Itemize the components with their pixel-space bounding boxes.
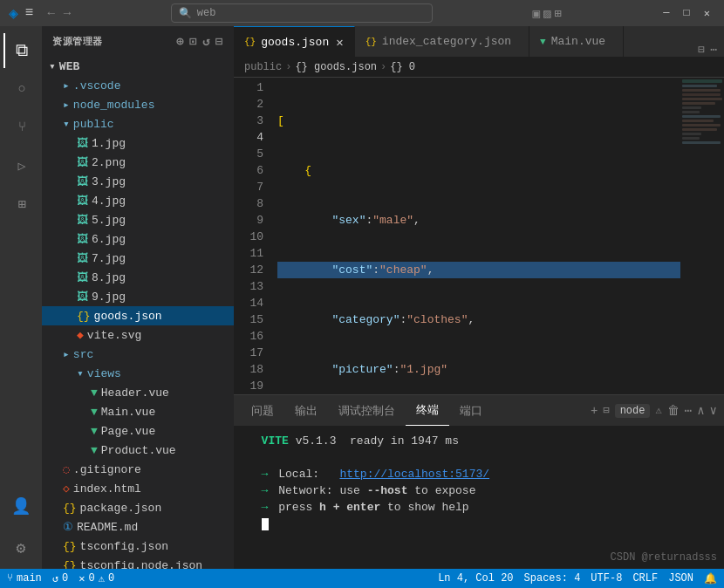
- code-content[interactable]: [ { "sex":"male", "cost":"cheap", "categ…: [270, 78, 680, 394]
- terminal-tab-output[interactable]: 输出: [284, 395, 328, 426]
- activity-run-debug[interactable]: ▷: [3, 148, 38, 183]
- tree-item-5jpg[interactable]: 🖼 5.jpg: [42, 210, 234, 229]
- tree-item-4jpg[interactable]: 🖼 4.jpg: [42, 191, 234, 210]
- tab-main-vue[interactable]: ▼ Main.vue: [529, 26, 624, 57]
- activity-source-control[interactable]: ⑂: [3, 110, 38, 145]
- tree-item-1jpg[interactable]: 🖼 1.jpg: [42, 133, 234, 153]
- tree-item-src[interactable]: ▸ src: [42, 345, 234, 364]
- status-errors[interactable]: ✕ 0 ⚠ 0: [79, 572, 114, 585]
- status-branch[interactable]: ⑂ main: [7, 572, 42, 585]
- json-icon: {}: [77, 310, 91, 323]
- tree-item-vite-svg[interactable]: ◆ vite.svg: [42, 325, 234, 345]
- tree-item-gitignore[interactable]: ◌ .gitignore: [42, 460, 234, 479]
- activity-explorer[interactable]: ⧉: [3, 33, 38, 68]
- terminal-close-icon[interactable]: ∨: [710, 403, 717, 418]
- code-line-2: {: [277, 162, 680, 179]
- tree-item-tsconfig-node[interactable]: {} tsconfig.node.json: [42, 556, 234, 569]
- tree-item-8jpg[interactable]: 🖼 8.jpg: [42, 268, 234, 287]
- refresh-icon[interactable]: ↺: [202, 34, 210, 49]
- nav-back-button[interactable]: ←: [44, 4, 58, 22]
- terminal-tab-terminal[interactable]: 终端: [406, 395, 449, 426]
- terminal-tab-ports[interactable]: 端口: [449, 395, 493, 426]
- tree-item-7jpg[interactable]: 🖼 7.jpg: [42, 249, 234, 268]
- language-text: JSON: [668, 572, 693, 585]
- tree-item-main-vue[interactable]: ▼ Main.vue: [42, 402, 234, 421]
- json-icon: {}: [63, 502, 77, 515]
- breadcrumb-public[interactable]: public: [244, 61, 282, 73]
- status-spaces[interactable]: Spaces: 4: [524, 572, 581, 585]
- line-num-7: 7: [234, 179, 263, 195]
- tree-item-node-modules[interactable]: ▸ node_modules: [42, 95, 234, 114]
- tree-item-vscode[interactable]: ▸ .vscode: [42, 76, 234, 95]
- status-language[interactable]: JSON: [668, 572, 693, 585]
- vue-tab-icon: ▼: [540, 37, 546, 47]
- terminal-add-button[interactable]: +: [591, 404, 598, 418]
- image-icon: 🖼: [77, 214, 88, 227]
- collapse-all-icon[interactable]: ⊟: [215, 34, 223, 49]
- svg-rect-14: [682, 141, 721, 144]
- layout-icon-3[interactable]: ⊞: [554, 6, 561, 21]
- new-folder-icon[interactable]: ⊡: [189, 34, 197, 49]
- image-icon: 🖼: [77, 252, 88, 265]
- tab-goods-json[interactable]: {} goods.json ✕: [234, 26, 355, 57]
- search-bar[interactable]: 🔍 web: [171, 3, 433, 23]
- terminal-tab-debug[interactable]: 调试控制台: [328, 395, 406, 426]
- svg-rect-11: [682, 128, 717, 131]
- tree-item-3jpg[interactable]: 🖼 3.jpg: [42, 172, 234, 191]
- tab-label: goods.json: [261, 36, 329, 49]
- layout-icon-1[interactable]: ▣: [532, 6, 539, 21]
- terminal-cursor-line: [248, 516, 710, 532]
- activity-extensions[interactable]: ⊞: [3, 187, 38, 222]
- status-encoding[interactable]: UTF-8: [591, 572, 622, 585]
- activity-search[interactable]: ○: [3, 72, 38, 106]
- terminal-content[interactable]: VITE v5.1.3 ready in 1947 ms → Local: ht…: [234, 426, 724, 569]
- tree-item-header-vue[interactable]: ▼ Header.vue: [42, 383, 234, 402]
- tree-item-2png[interactable]: 🖼 2.png: [42, 153, 234, 172]
- more-actions-icon[interactable]: ⋯: [710, 43, 717, 57]
- svg-rect-5: [682, 102, 715, 105]
- activity-accounts[interactable]: 👤: [3, 489, 38, 523]
- status-ln-col[interactable]: Ln 4, Col 20: [438, 572, 513, 585]
- tree-item-goods-json[interactable]: {} goods.json: [42, 306, 234, 325]
- tree-item-package-json[interactable]: {} package.json: [42, 498, 234, 517]
- vue-icon: ▼: [91, 386, 98, 400]
- tree-root-web[interactable]: ▾ WEB: [42, 57, 234, 76]
- layout-icon-2[interactable]: ▨: [543, 6, 550, 21]
- tree-item-6jpg[interactable]: 🖼 6.jpg: [42, 229, 234, 249]
- tab-close-button[interactable]: ✕: [336, 35, 343, 50]
- maximize-button[interactable]: □: [679, 5, 695, 22]
- sync-count: 0: [62, 572, 68, 585]
- line-num-16: 16: [234, 328, 263, 345]
- tree-item-readme[interactable]: ① README.md: [42, 517, 234, 537]
- activity-settings[interactable]: ⚙: [3, 530, 38, 565]
- split-editor-icon[interactable]: ⊟: [698, 43, 705, 57]
- tree-item-page-vue[interactable]: ▼ Page.vue: [42, 421, 234, 441]
- terminal-maximize-icon[interactable]: ∧: [697, 403, 704, 418]
- new-file-icon[interactable]: ⊕: [176, 34, 184, 49]
- close-button[interactable]: ✕: [699, 5, 715, 22]
- tree-item-9jpg[interactable]: 🖼 9.jpg: [42, 287, 234, 306]
- terminal-split-button[interactable]: ⊟: [603, 404, 609, 417]
- local-url[interactable]: http://localhost:5173/: [339, 468, 489, 481]
- breadcrumb-goods-json[interactable]: {} goods.json: [295, 61, 377, 73]
- status-sync[interactable]: ↺ 0: [52, 572, 68, 585]
- tree-item-product-vue[interactable]: ▼ Product.vue: [42, 441, 234, 460]
- sync-icon: ↺: [52, 572, 58, 585]
- status-notifications[interactable]: 🔔: [704, 572, 717, 585]
- status-eol[interactable]: CRLF: [632, 572, 658, 585]
- breadcrumb-element[interactable]: {} 0: [390, 61, 415, 73]
- menu-icon[interactable]: ≡: [25, 5, 34, 21]
- line-num-14: 14: [234, 295, 263, 311]
- tree-item-views[interactable]: ▾ views: [42, 364, 234, 383]
- nav-forward-button[interactable]: →: [60, 4, 74, 22]
- tree-item-index-html[interactable]: ◇ index.html: [42, 479, 234, 498]
- tab-index-category[interactable]: {} index_category.json: [355, 26, 529, 57]
- tree-item-tsconfig[interactable]: {} tsconfig.json: [42, 537, 234, 556]
- tree-item-public[interactable]: ▾ public: [42, 114, 234, 133]
- terminal-more-icon[interactable]: ⋯: [685, 403, 692, 418]
- node-label: node: [615, 404, 651, 418]
- terminal-tab-problems[interactable]: 问题: [241, 395, 284, 426]
- minimize-button[interactable]: ─: [658, 5, 674, 22]
- sidebar: 资源管理器 ⊕ ⊡ ↺ ⊟ ▾ WEB ▸ .vscode: [42, 26, 234, 569]
- terminal-trash-icon[interactable]: 🗑: [667, 404, 680, 418]
